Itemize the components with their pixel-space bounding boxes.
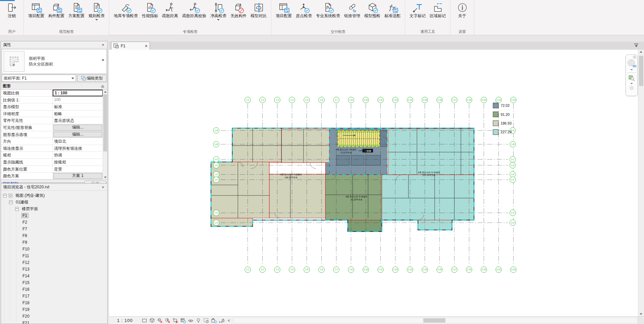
view-tab-f1[interactable]: F1 × [111, 42, 150, 50]
crop-region-off-icon[interactable] [180, 318, 186, 323]
ribbon-button-专业系统检查[interactable]: 专业系统检查 [314, 1, 342, 19]
area-region[interactable] [281, 129, 329, 163]
temporary-hide-isolate-icon[interactable] [188, 318, 194, 323]
ribbon-button-模型对比[interactable]: 模型对比 [249, 1, 269, 19]
tree-item-F2[interactable]: F2 [2, 219, 107, 226]
property-value[interactable]: 清理所有墙连接 [53, 145, 103, 152]
close-icon[interactable]: × [101, 185, 105, 190]
area-region[interactable] [211, 162, 269, 218]
scroll-down-icon[interactable] [640, 313, 642, 315]
area-region[interactable] [388, 129, 474, 175]
chevron-down-icon[interactable] [217, 19, 220, 20]
view-scale-label[interactable]: 1 : 100 [117, 318, 133, 323]
section-graphics[interactable]: 图形 [1, 83, 107, 90]
tree-item-F19[interactable]: F19 [2, 306, 107, 313]
ribbon-button-关于[interactable]: 关于 [453, 1, 472, 19]
tree-item-F18[interactable]: F18 [2, 299, 107, 306]
analytical-model-icon[interactable] [211, 318, 217, 323]
scroll-thumb[interactable] [423, 318, 445, 323]
drawing-area[interactable]: A座 防火分区 I 喷淋区72.02平方米A座 防火分区 II 喷淋区186.9… [109, 50, 638, 316]
property-input[interactable]: 1 : 100 [53, 90, 103, 96]
ribbon-button-原点检查[interactable]: 原点检查 [294, 1, 314, 19]
detail-level-icon[interactable] [142, 318, 147, 323]
tree-item-F12[interactable]: F12 [2, 259, 107, 266]
ribbon-button-链接管理[interactable]: 链接管理 [342, 1, 362, 19]
scroll-up-icon[interactable] [104, 91, 107, 93]
ribbon-button-项目配置[interactable]: 项目配置 [26, 1, 46, 19]
property-scrollbar[interactable] [103, 90, 107, 180]
ribbon-button-疏散距离[interactable]: 疏散距离 [160, 1, 180, 19]
ribbon-button-规则检查[interactable]: 规则检查 [87, 1, 107, 21]
tree-item-F14[interactable]: F14 [2, 273, 107, 279]
ribbon-button-净高检查[interactable]: 净高检查 [208, 1, 228, 21]
tree-item-F7[interactable]: F7 [2, 226, 107, 232]
area-region[interactable] [232, 128, 282, 162]
property-button[interactable]: 方案 1 [53, 173, 102, 179]
tab-close-icon[interactable]: × [145, 44, 148, 48]
property-value[interactable]: 100 [53, 97, 103, 103]
tree-item-F15[interactable]: F15 [2, 279, 107, 286]
sun-path-off-icon[interactable] [157, 318, 163, 323]
tree-item-F16[interactable]: F16 [2, 286, 107, 293]
scroll-thumb[interactable] [103, 94, 107, 151]
property-value[interactable]: 编辑... [53, 131, 103, 138]
tree-item-F21[interactable]: F21 [2, 320, 107, 324]
ribbon-button-构件配置[interactable]: 构件配置 [46, 1, 66, 19]
tree-item-F17[interactable]: F17 [2, 293, 107, 299]
property-value[interactable]: 1 : 100 [53, 90, 103, 96]
property-value[interactable]: 背景 [53, 166, 103, 173]
scroll-thumb[interactable] [639, 56, 643, 86]
chevron-down-icon[interactable] [95, 19, 98, 20]
type-combo[interactable]: 面积平面: F1 [2, 75, 76, 82]
chevron-down-icon[interactable] [102, 59, 104, 61]
tree-expander-icon[interactable] [9, 200, 13, 204]
visual-style-icon[interactable] [149, 318, 155, 323]
navbar-close-icon[interactable] [633, 55, 636, 59]
property-value[interactable]: 标准 [53, 103, 103, 110]
tree-item-F1[interactable]: F1 [2, 212, 107, 219]
scroll-up-icon[interactable] [640, 51, 642, 53]
crop-view-off-icon[interactable] [172, 318, 178, 323]
close-icon[interactable]: × [101, 42, 105, 47]
property-value[interactable]: 协调 [53, 152, 103, 158]
horizontal-scrollbar[interactable] [233, 318, 637, 323]
property-value[interactable]: 按规程 [53, 159, 103, 166]
tree-item-01建模[interactable]: 01建模 [2, 199, 107, 205]
zoom-region-icon[interactable] [628, 74, 636, 82]
navbar-minimize-icon[interactable] [630, 86, 634, 90]
property-value[interactable]: 项目北 [53, 138, 103, 145]
ribbon-button-疏散距离校验[interactable]: 疏散距离校验 [180, 1, 208, 19]
tree-item-F13[interactable]: F13 [2, 266, 107, 273]
property-value[interactable]: 方案 1 [53, 173, 103, 179]
tree-item-楼层平面[interactable]: 楼层平面 [2, 205, 107, 212]
navbar-dropdown-icon[interactable] [630, 69, 633, 71]
tree-item-F10[interactable]: F10 [2, 246, 107, 252]
tree-item-F11[interactable]: F11 [2, 252, 107, 259]
steering-wheel-2d-icon[interactable]: 2D [627, 59, 636, 68]
tree-item-F20[interactable]: F20 [2, 313, 107, 320]
tree-item-视图 (鸿业-建筑)[interactable]: 视图 (鸿业-建筑) [2, 192, 107, 199]
shadows-off-icon[interactable] [165, 318, 170, 323]
ribbon-toggle-icon[interactable] [633, 43, 639, 48]
tree-expander-icon[interactable] [15, 207, 19, 211]
area-region[interactable] [348, 220, 382, 231]
ribbon-button-项目配置[interactable]: 项目配置 [274, 1, 294, 19]
collapse-section-icon[interactable] [100, 84, 106, 88]
tree-item-F8[interactable]: F8 [2, 232, 107, 239]
temporary-view-properties-icon[interactable] [203, 318, 209, 323]
area-region[interactable] [269, 174, 325, 218]
ribbon-button-区域标记[interactable]: 区域标记 [428, 1, 448, 19]
collapse-arrow-icon[interactable]: < [228, 318, 230, 323]
area-region[interactable] [382, 175, 474, 220]
ribbon-button-标准适配[interactable]: 标准适配 [382, 1, 402, 19]
tree-expander-icon[interactable] [3, 194, 7, 197]
reveal-hidden-elements-icon[interactable] [196, 318, 201, 323]
ribbon-button-模型预检[interactable]: 模型预检 [362, 1, 382, 19]
tree-item-F9[interactable]: F9 [2, 239, 107, 246]
reveal-constraints-icon[interactable] [219, 318, 224, 323]
ribbon-button-文字标记[interactable]: 文字标记 [408, 1, 428, 19]
edit-type-button[interactable]: 编辑类型 [77, 75, 107, 82]
property-button[interactable]: 编辑... [53, 132, 102, 138]
vertical-scrollbar[interactable] [638, 50, 644, 316]
ribbon-button-注销[interactable]: 注销 [2, 1, 21, 19]
